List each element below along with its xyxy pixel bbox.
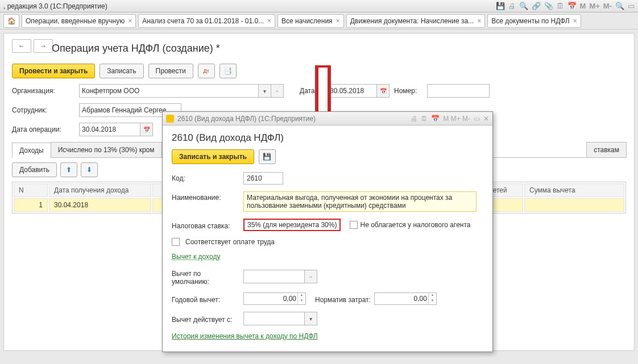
- post-close-button[interactable]: Провести и закрыть: [12, 64, 95, 78]
- year-ded-label: Годовой вычет:: [172, 294, 240, 304]
- col-date: Дата получения дохода: [49, 183, 151, 197]
- calendar-icon[interactable]: 📅: [431, 115, 440, 123]
- calendar-icon[interactable]: 📅: [567, 0, 577, 12]
- close-icon[interactable]: ×: [336, 17, 340, 25]
- col-deduction: Сумма вычета: [524, 183, 624, 197]
- write-button[interactable]: Записать: [100, 64, 143, 78]
- col-n: N: [14, 183, 48, 197]
- app-title: , редакция 3.0 (1С:Предприятие): [3, 0, 107, 12]
- dropdown-icon[interactable]: ▾: [259, 84, 271, 98]
- code-label: Код:: [172, 172, 240, 182]
- add-button[interactable]: Добавить: [12, 162, 57, 177]
- rate-label: Налоговая ставка:: [172, 220, 240, 230]
- subtab-calc13[interactable]: Исчислено по 13% (30%) кром: [51, 142, 162, 157]
- tab-movements[interactable]: Движения документа: Начисление за...×: [346, 14, 486, 28]
- opdate-input[interactable]: 30.04.2018: [79, 123, 140, 136]
- search-icon[interactable]: 🔍: [519, 0, 528, 12]
- emp-label: Сотрудник:: [12, 106, 74, 114]
- move-up-icon[interactable]: ⬆: [60, 162, 77, 177]
- calendar-icon[interactable]: 📅: [377, 84, 390, 98]
- close-icon[interactable]: ×: [128, 17, 132, 25]
- year-ded-input[interactable]: 0,00▲▼: [243, 292, 306, 305]
- dialog-titlebar: 2610 (Вид дохода НДФЛ) (1С:Предприятие) …: [163, 112, 492, 125]
- tab-analysis[interactable]: Анализ счета 70 за 01.01.2018 - 01.0...×: [138, 14, 275, 28]
- open-icon[interactable]: ▫: [271, 84, 284, 98]
- restore-icon[interactable]: ▭: [474, 115, 480, 123]
- save-icon[interactable]: 💾: [496, 0, 505, 12]
- num-label: Номер:: [394, 87, 422, 95]
- nav-fwd[interactable]: →: [34, 39, 53, 53]
- close-icon[interactable]: ×: [573, 17, 577, 25]
- tab-operations[interactable]: Операции, введенные вручную×: [22, 14, 136, 28]
- name-label: Наименование:: [172, 191, 240, 202]
- m-minus-btn[interactable]: M-: [603, 0, 612, 12]
- close-icon[interactable]: ×: [477, 17, 481, 25]
- default-ded-label: Вычет по умолчанию:: [172, 267, 240, 286]
- clip-icon[interactable]: 📎: [544, 0, 553, 12]
- print-icon[interactable]: 🖨: [411, 115, 417, 123]
- subtab-rates[interactable]: ставкам: [586, 142, 627, 157]
- date-input[interactable]: 30.05.2018: [327, 84, 377, 98]
- structure-icon[interactable]: 📑: [219, 64, 237, 78]
- close-icon[interactable]: ✕: [483, 115, 489, 123]
- dtkt-icon[interactable]: Дт: [198, 64, 215, 78]
- window-icon[interactable]: ▭: [628, 0, 635, 12]
- print-icon[interactable]: 🖨: [508, 0, 516, 12]
- close-icon[interactable]: ×: [267, 17, 271, 25]
- norm-input[interactable]: 0,00▲▼: [374, 292, 437, 305]
- nav-back[interactable]: ←: [12, 39, 31, 53]
- org-label: Организация:: [12, 87, 74, 95]
- dialog-title: 2610 (Вид дохода НДФЛ): [172, 132, 483, 144]
- code-input[interactable]: 2610: [243, 172, 283, 185]
- calc-icon[interactable]: 🗓: [557, 0, 564, 12]
- m-btn[interactable]: M: [580, 0, 586, 12]
- save-icon[interactable]: 💾: [259, 149, 276, 164]
- link-icon[interactable]: 🔗: [532, 0, 541, 12]
- name-input[interactable]: Материальная выгода, полученная от эконо…: [243, 191, 477, 212]
- num-input[interactable]: [427, 84, 490, 98]
- tab-charges[interactable]: Все начисления×: [277, 14, 344, 28]
- page-toolbar: Провести и закрыть Записать Провести Дт …: [12, 64, 626, 78]
- income-type-dialog: 2610 (Вид дохода НДФЛ) (1С:Предприятие) …: [162, 111, 493, 352]
- history-link[interactable]: История изменения вычета к доходу по НДФ…: [172, 332, 318, 340]
- dropdown-icon[interactable]: ▾: [305, 312, 317, 325]
- salary-label: Соответствует оплате труда: [185, 238, 275, 246]
- m-icon[interactable]: M M+ M-: [443, 115, 470, 123]
- post-button[interactable]: Провести: [148, 64, 193, 78]
- from-label: Вычет действует с:: [172, 313, 240, 324]
- salary-checkbox[interactable]: [172, 238, 180, 246]
- calendar-icon[interactable]: 📅: [140, 123, 153, 136]
- move-down-icon[interactable]: ⬇: [81, 162, 98, 177]
- zoom-icon[interactable]: 🔍: [615, 0, 624, 12]
- rate-input[interactable]: 35% (для нерезидента 30%): [243, 219, 341, 231]
- notax-checkbox[interactable]: [350, 221, 358, 229]
- app-titlebar: , редакция 3.0 (1С:Предприятие) 💾 🖨 🔍 🔗 …: [0, 0, 638, 12]
- home-button[interactable]: 🏠: [3, 14, 19, 28]
- m-plus-btn[interactable]: M+: [589, 0, 599, 12]
- opdate-label: Дата операции:: [12, 125, 74, 133]
- calc-icon[interactable]: 🗓: [421, 115, 428, 123]
- dialog-window-title: 2610 (Вид дохода НДФЛ) (1С:Предприятие): [177, 115, 316, 123]
- notax-label: Не облагается у налогового агента: [360, 221, 470, 229]
- default-ded-input[interactable]: [243, 270, 305, 283]
- tab-ndfl-docs[interactable]: Все документы по НДФЛ×: [487, 14, 581, 28]
- titlebar-icons: 💾 🖨 🔍 🔗 📎 🗓 📅 M M+ M- 🔍 ▭: [496, 0, 635, 12]
- save-close-button[interactable]: Записать и закрыть: [172, 149, 254, 164]
- from-input[interactable]: [243, 312, 305, 325]
- deduction-link[interactable]: Вычет к доходу: [172, 253, 220, 261]
- main-tabs: 🏠 Операции, введенные вручную× Анализ сч…: [0, 12, 638, 30]
- page-title: Операция учета НДФЛ (создание) *: [52, 43, 220, 55]
- open-icon[interactable]: ▫: [305, 270, 317, 283]
- norm-label: Норматив затрат:: [315, 294, 371, 304]
- app-icon: [166, 115, 174, 123]
- date-label: Дата:: [300, 87, 322, 95]
- org-input[interactable]: Конфетпром ООО: [79, 84, 259, 98]
- subtab-income[interactable]: Доходы: [12, 143, 51, 158]
